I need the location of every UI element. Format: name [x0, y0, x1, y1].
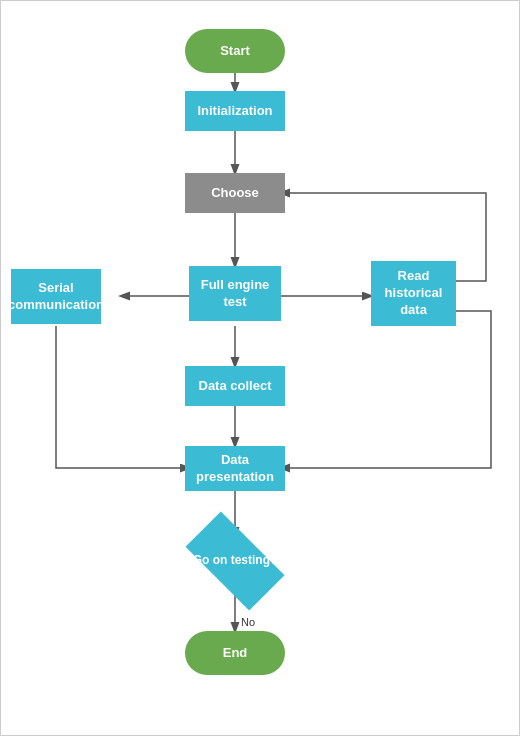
end-node: End [185, 631, 285, 675]
initialization-node: Initialization [185, 91, 285, 131]
go-on-testing-node: Go on testing? [190, 536, 280, 586]
data-collect-node: Data collect [185, 366, 285, 406]
serial-communication-node: Serial communication [11, 269, 101, 324]
read-historical-data-node: Read historical data [371, 261, 456, 326]
full-engine-test-node: Full engine test [189, 266, 281, 321]
start-node: Start [185, 29, 285, 73]
flowchart-diagram: Start Initialization Choose Serial commu… [1, 1, 520, 736]
choose-node: Choose [185, 173, 285, 213]
no-label: No [241, 616, 255, 628]
data-presentation-node: Data presentation [185, 446, 285, 491]
